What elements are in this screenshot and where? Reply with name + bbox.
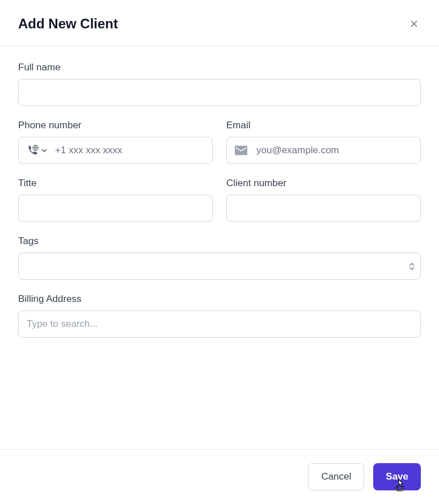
input-title[interactable]	[18, 195, 213, 222]
select-updown-icon	[409, 263, 415, 270]
field-billing-address: Billing Address	[18, 293, 421, 338]
input-email[interactable]	[253, 137, 420, 163]
input-client-number[interactable]	[226, 195, 421, 222]
field-client-number: Client number	[226, 178, 421, 222]
modal-title: Add New Client	[18, 16, 118, 32]
close-icon	[408, 18, 420, 30]
phone-input-wrap	[18, 137, 213, 164]
input-full-name[interactable]	[18, 79, 421, 106]
label-title: Titte	[18, 178, 213, 189]
modal-header: Add New Client	[0, 0, 439, 46]
field-tags: Tags	[18, 236, 421, 280]
input-phone[interactable]	[52, 137, 212, 163]
email-input-wrap	[226, 137, 421, 164]
input-billing-address[interactable]	[18, 310, 421, 338]
label-client-number: Client number	[226, 178, 421, 189]
chevron-down-icon	[41, 148, 47, 153]
field-email: Email	[226, 120, 421, 164]
label-phone: Phone number	[18, 120, 213, 131]
field-full-name: Full name	[18, 62, 421, 106]
field-phone: Phone number	[18, 120, 213, 164]
phone-globe-icon	[27, 144, 39, 157]
modal-footer: Cancel Save	[0, 449, 439, 504]
label-full-name: Full name	[18, 62, 421, 73]
select-tags[interactable]	[18, 253, 421, 280]
email-icon	[227, 145, 253, 156]
close-button[interactable]	[407, 17, 421, 31]
field-title: Titte	[18, 178, 213, 222]
label-email: Email	[226, 120, 421, 131]
form-body: Full name Phone number Email	[0, 46, 439, 367]
label-billing-address: Billing Address	[18, 293, 421, 305]
label-tags: Tags	[18, 236, 421, 247]
phone-country-selector[interactable]	[19, 144, 52, 157]
save-button[interactable]: Save	[373, 463, 421, 490]
cancel-button[interactable]: Cancel	[308, 463, 364, 490]
